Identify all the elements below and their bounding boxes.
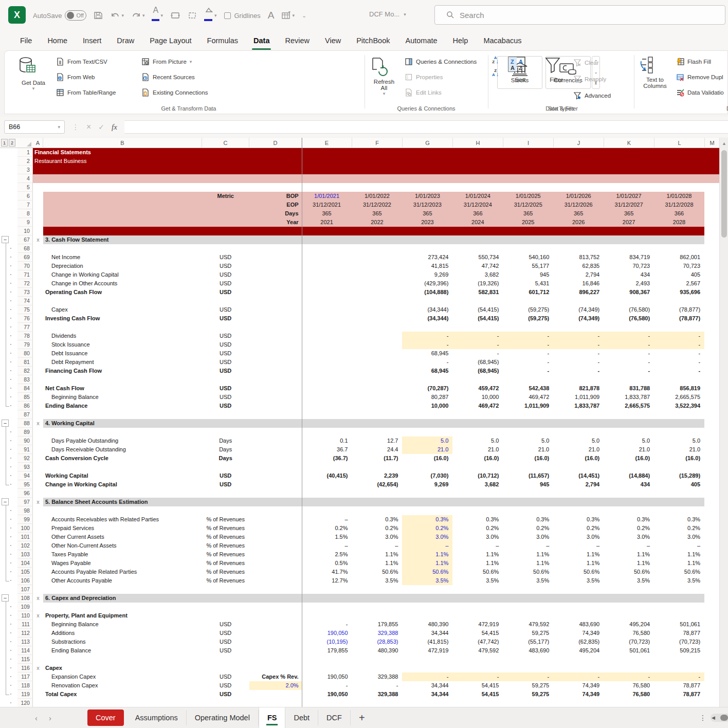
cell-D95[interactable] xyxy=(249,480,302,489)
cell-B87[interactable] xyxy=(43,410,719,419)
cell-H104[interactable]: 1.1% xyxy=(452,559,503,568)
cell-E103[interactable]: 2.5% xyxy=(302,550,352,559)
cell-A108[interactable]: x xyxy=(33,594,43,603)
cell-D91[interactable] xyxy=(249,445,302,454)
cell-L101[interactable]: 3.0% xyxy=(654,533,704,541)
gridlines-checkbox[interactable]: Gridlines xyxy=(224,12,261,20)
sheet-nav-next-icon[interactable]: › xyxy=(49,714,51,722)
cell-A78[interactable] xyxy=(33,332,43,340)
row-label-73[interactable]: Operating Cash Flow xyxy=(43,288,202,297)
cell-A100[interactable] xyxy=(33,524,43,533)
cell-B120[interactable] xyxy=(43,699,719,707)
cell-L71[interactable]: 405 xyxy=(654,270,704,279)
cell-E79[interactable] xyxy=(302,340,352,349)
cell-E95[interactable] xyxy=(302,480,352,489)
row-header-100[interactable]: 100 xyxy=(17,524,33,533)
cell-A91[interactable] xyxy=(33,445,43,454)
row-label-102[interactable]: Other Non-Current Assets xyxy=(43,541,202,550)
cell-C73[interactable]: USD xyxy=(202,288,249,297)
cell-J9[interactable]: 2026 xyxy=(553,218,604,227)
cell-J118[interactable]: 74,349 xyxy=(553,681,604,690)
cell-G111[interactable]: 480,390 xyxy=(402,620,452,629)
cell-D70[interactable] xyxy=(249,262,302,270)
row-header-85[interactable]: 85 xyxy=(17,393,33,402)
cell-J69[interactable]: 813,752 xyxy=(553,253,604,262)
cell-D86[interactable] xyxy=(249,402,302,410)
cell-G86[interactable]: 10,000 xyxy=(402,402,452,410)
cell-L113[interactable]: (70,723) xyxy=(654,638,704,646)
recent-sources-button[interactable]: Recent Sources xyxy=(141,69,208,85)
cell-C70[interactable]: USD xyxy=(202,262,249,270)
cell-L105[interactable]: 50.6% xyxy=(654,568,704,576)
cell-E91[interactable]: 36.7 xyxy=(302,445,352,454)
cell-M71[interactable] xyxy=(704,270,719,279)
cell-M6[interactable] xyxy=(704,192,719,201)
cell-M108[interactable] xyxy=(704,594,719,603)
search-input[interactable]: Search xyxy=(434,5,725,25)
cell-K111[interactable]: 495,204 xyxy=(604,620,654,629)
cell-H113[interactable]: (47,742) xyxy=(452,638,503,646)
cell-C97[interactable] xyxy=(202,498,704,506)
cell-M80[interactable] xyxy=(704,349,719,358)
cell-L102[interactable]: – xyxy=(654,541,704,550)
from-table-range-button[interactable]: From Table/Range xyxy=(56,85,116,100)
row-header-82[interactable]: 82 xyxy=(17,367,33,375)
table-style-icon[interactable]: ▾ xyxy=(281,11,295,20)
cell-G81[interactable]: - xyxy=(402,358,452,367)
cell-J113[interactable]: (62,835) xyxy=(553,638,604,646)
row-label-99[interactable]: Accounts Receivables with Related Partie… xyxy=(43,515,202,524)
cell-J70[interactable]: 62,835 xyxy=(553,262,604,270)
row-label-117[interactable]: Expansion Capex xyxy=(43,672,202,681)
cell-D75[interactable] xyxy=(249,305,302,314)
row-header-96[interactable]: 96 xyxy=(17,489,33,498)
row-header-79[interactable]: 79 xyxy=(17,340,33,349)
cell-H100[interactable]: 0.2% xyxy=(452,524,503,533)
cell-H8[interactable]: 366 xyxy=(452,209,503,218)
cell-A103[interactable] xyxy=(33,550,43,559)
cell-A94[interactable] xyxy=(33,471,43,480)
cell-C71[interactable]: USD xyxy=(202,270,249,279)
cell-B109[interactable] xyxy=(43,603,719,611)
cell-A99[interactable] xyxy=(33,515,43,524)
cell-E101[interactable]: 1.5% xyxy=(302,533,352,541)
cell-C119[interactable]: USD xyxy=(202,690,249,699)
row-label-94[interactable]: Working Capital xyxy=(43,471,202,480)
cell-I85[interactable]: 469,472 xyxy=(503,393,553,402)
cell-L104[interactable]: 1.1% xyxy=(654,559,704,568)
cell-D82[interactable] xyxy=(249,367,302,375)
cell-L90[interactable]: 5.0 xyxy=(654,436,704,445)
cell-I104[interactable]: 1.1% xyxy=(503,559,553,568)
add-sheet-button[interactable]: + xyxy=(359,712,365,724)
cell-F73[interactable] xyxy=(352,288,403,297)
cell-F118[interactable]: - xyxy=(352,681,403,690)
cell-E6[interactable]: 1/01/2021 xyxy=(302,192,352,201)
cell-M113[interactable] xyxy=(704,638,719,646)
sheet-tab-fs[interactable]: FS xyxy=(259,707,286,728)
row-label-106[interactable]: Other Accounts Payable xyxy=(43,576,202,585)
cell-D80[interactable] xyxy=(249,349,302,358)
refresh-all-button[interactable]: Refresh All▾ xyxy=(371,55,397,96)
cell-C95[interactable]: USD xyxy=(202,480,249,489)
cell-F82[interactable] xyxy=(352,367,403,375)
cell-L119[interactable]: 78,877 xyxy=(654,690,704,699)
cell-H112[interactable]: 54,415 xyxy=(452,629,503,638)
cell-E90[interactable]: 0.1 xyxy=(302,436,352,445)
horizontal-scrollbar[interactable]: ◀ xyxy=(711,714,728,722)
cell-D114[interactable] xyxy=(249,646,302,655)
cell-G100[interactable]: 0.2% xyxy=(402,524,452,533)
undo-icon[interactable]: ▾ xyxy=(110,11,124,20)
column-header-H[interactable]: H xyxy=(453,138,503,148)
row-header-10[interactable]: 10 xyxy=(17,227,33,235)
row-header-77[interactable]: 77 xyxy=(17,323,33,332)
text-to-columns-button[interactable]: Text to Columns xyxy=(639,55,671,89)
cell-G9[interactable]: 2023 xyxy=(402,218,452,227)
cell-K92[interactable]: (16.0) xyxy=(604,454,654,463)
ribbon-tab-view[interactable]: View xyxy=(317,33,349,48)
queries-connections-button[interactable]: Queries & Connections xyxy=(405,54,477,69)
column-header-J[interactable]: J xyxy=(554,138,604,148)
cell-K117[interactable]: - xyxy=(604,672,654,681)
cell-D118[interactable]: 2.0% xyxy=(249,681,302,690)
cell-J112[interactable]: 74,349 xyxy=(553,629,604,638)
cell-I113[interactable]: (55,177) xyxy=(503,638,553,646)
cell-K9[interactable]: 2027 xyxy=(604,218,654,227)
